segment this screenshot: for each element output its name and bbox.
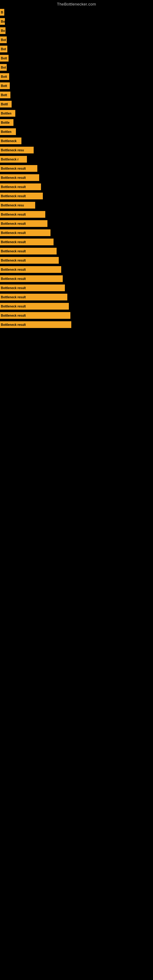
bar-label: Bottl: [0, 101, 12, 108]
bar-label: Bottleneck result: [0, 285, 65, 291]
bar-row: Bott: [0, 90, 153, 100]
bar-label: Bott: [0, 92, 10, 98]
bar-row: Bo: [0, 17, 153, 26]
bar-row: Bottleneck resu: [0, 200, 153, 210]
bar-row: B: [0, 8, 153, 17]
bar-label: Bottleneck result: [0, 239, 54, 245]
bar-label: Bot: [0, 46, 7, 52]
bar-row: Bottleneck result: [0, 237, 153, 247]
bar-row: Bottleneck result: [0, 247, 153, 256]
bar-label: Bottleneck: [0, 137, 21, 144]
bar-label: Bottleneck result: [0, 303, 69, 310]
bar-label: Bottleneck result: [0, 321, 71, 328]
bar-label: Bottleneck result: [0, 165, 37, 172]
bar-row: Bot: [0, 63, 153, 72]
bar-row: Bott: [0, 72, 153, 81]
bar-label: Bottle: [0, 119, 13, 126]
bar-label: Bottlen: [0, 110, 15, 117]
bar-row: Bottleneck result: [0, 228, 153, 237]
bar-label: Bottleneck result: [0, 266, 61, 273]
bar-row: Bottleneck result: [0, 293, 153, 302]
bar-label: B: [0, 9, 4, 16]
bar-row: Bottleneck result: [0, 164, 153, 173]
bar-label: Bottleneck result: [0, 257, 59, 264]
bar-label: Bottleneck result: [0, 174, 39, 181]
bar-row: Bottleneck result: [0, 302, 153, 311]
bar-label: Bottleneck r: [0, 156, 27, 162]
bar-row: Bottle: [0, 118, 153, 127]
bar-row: Bottleneck result: [0, 219, 153, 228]
bar-row: Bott: [0, 54, 153, 63]
bar-label: Bo: [0, 18, 5, 25]
bar-label: Bottleneck result: [0, 211, 45, 218]
bar-label: Bo: [0, 27, 5, 34]
bar-label: Bottleneck result: [0, 220, 48, 227]
bar-row: Bottl: [0, 100, 153, 109]
site-title: TheBottlenecker.com: [0, 0, 153, 8]
bar-row: Bottleneck result: [0, 210, 153, 219]
bar-row: Bottleneck: [0, 136, 153, 145]
bar-label: Bott: [0, 73, 9, 80]
bar-label: Bott: [0, 83, 10, 89]
bar-row: Bot: [0, 45, 153, 54]
bar-label: Bottleneck result: [0, 275, 63, 282]
bar-row: Bottleneck result: [0, 265, 153, 274]
bar-label: Bott: [0, 55, 9, 62]
bar-row: Bottleneck resu: [0, 145, 153, 155]
bar-label: Bottleneck result: [0, 192, 43, 199]
bar-row: Bottleneck result: [0, 274, 153, 283]
bar-label: Bottleneck result: [0, 229, 51, 236]
bar-label: Bottleneck resu: [0, 147, 33, 153]
bar-row: Bo: [0, 26, 153, 35]
bar-row: Bottleneck result: [0, 173, 153, 182]
bar-row: Bottleneck r: [0, 155, 153, 164]
bar-row: Bottleneck result: [0, 320, 153, 329]
bar-row: Bott: [0, 81, 153, 90]
bar-label: Bottleneck result: [0, 312, 70, 319]
bar-label: Bottlen: [0, 128, 16, 135]
bar-row: Bottleneck result: [0, 191, 153, 200]
bar-label: Bottleneck result: [0, 248, 57, 255]
bar-row: Bot: [0, 35, 153, 45]
bar-label: Bot: [0, 37, 7, 43]
bar-row: Bottleneck result: [0, 256, 153, 265]
bar-row: Bottleneck result: [0, 182, 153, 191]
bar-label: Bot: [0, 64, 7, 71]
bar-row: Bottlen: [0, 109, 153, 118]
bar-row: Bottleneck result: [0, 311, 153, 320]
bar-label: Bottleneck resu: [0, 202, 35, 208]
bar-row: Bottleneck result: [0, 283, 153, 293]
bar-label: Bottleneck result: [0, 294, 67, 301]
bar-row: Bottlen: [0, 127, 153, 136]
bar-label: Bottleneck result: [0, 183, 41, 190]
